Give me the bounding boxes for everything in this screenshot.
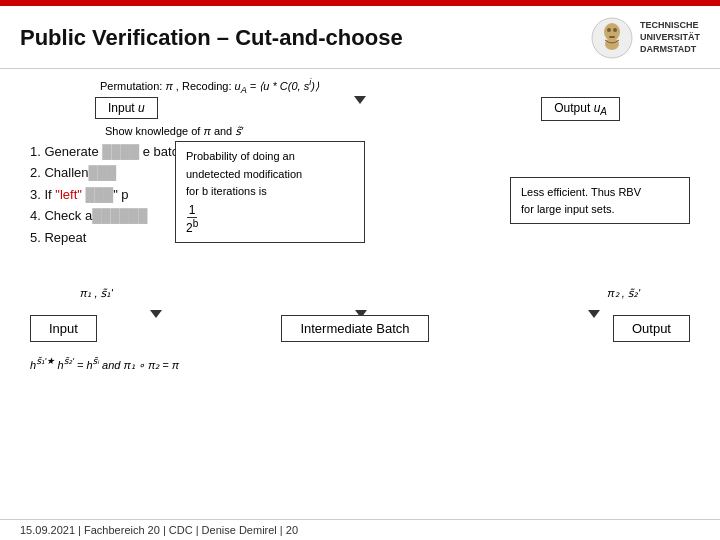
bottom-boxes-row: Input Intermediate Batch Output [20,315,700,342]
show-knowledge-label: Show knowledge of π and s̃' [105,125,243,138]
pi2-label: π₂ , s̃₂' [607,287,640,300]
top-arrow [354,91,366,107]
pi1-label: π₁ , s̃₁' [80,287,113,300]
permutation-label: Permutation: π , Recoding: uA = ⟨u * C(0… [100,77,319,95]
page-title: Public Verification – Cut-and-choose [20,25,403,51]
less-efficient-line1: Less efficient. Thus RBV [521,186,641,198]
intermediate-label: Intermediate Batch [300,321,409,336]
input-bottom-label: Input [49,321,78,336]
prob-fraction: 1 2b [186,203,354,236]
svg-rect-5 [609,36,615,38]
tu-logo-text: TECHNISCHE UNIVERSITÄT DARMSTADT [640,20,700,55]
tu-logo: TECHNISCHE UNIVERSITÄT DARMSTADT [590,16,700,60]
prob-line3: for b iterations is [186,183,354,201]
less-efficient-box: Less efficient. Thus RBV for large input… [510,177,690,224]
flowchart-wrapper: Permutation: π , Recoding: uA = ⟨u * C(0… [20,77,700,397]
input-box: Input u [95,97,158,119]
less-efficient-line2: for large input sets. [521,203,615,215]
frac-denominator: 2b [186,218,198,235]
intermediate-batch-box: Intermediate Batch [281,315,428,342]
svg-point-2 [605,38,619,50]
fraction-display: 1 2b [186,203,198,236]
output-bottom-box: Output [613,315,690,342]
input-bottom-box: Input [30,315,97,342]
probability-box: Probability of doing an undetected modif… [175,141,365,243]
pi-labels-row: π₁ , s̃₁' π₂ , s̃₂' [20,287,700,300]
footer-text: 15.09.2021 | Fachbereich 20 | CDC | Deni… [20,524,298,536]
formula-row: hs̃₁'★ hs̃₂' = hs̃ᵢ and π₁ ∘ π₂ = π [30,355,179,372]
output-bottom-label: Output [632,321,671,336]
prob-line1: Probability of doing an [186,148,354,166]
prob-line2: undetected modification [186,166,354,184]
header: Public Verification – Cut-and-choose TEC… [0,6,720,69]
footer: 15.09.2021 | Fachbereich 20 | CDC | Deni… [0,519,720,540]
output-box: Output uA [541,97,620,121]
svg-point-4 [613,28,617,32]
main-content: Permutation: π , Recoding: uA = ⟨u * C(0… [0,69,720,397]
tu-emblem-icon [590,16,634,60]
frac-numerator: 1 [187,203,198,218]
svg-point-3 [607,28,611,32]
